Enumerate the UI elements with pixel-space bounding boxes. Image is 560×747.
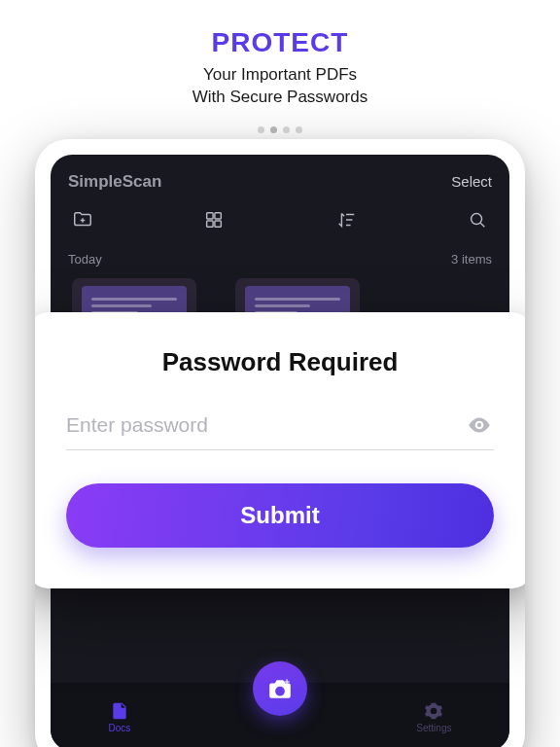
svg-point-4 [472, 213, 482, 224]
top-bar: SimpleScan Select [51, 155, 509, 201]
nav-docs[interactable]: Docs [109, 701, 131, 733]
tablet-frame: SimpleScan Select [35, 139, 525, 747]
app-title: SimpleScan [68, 172, 161, 192]
svg-rect-1 [215, 213, 221, 219]
password-input[interactable] [66, 413, 465, 437]
dot [283, 126, 290, 133]
submit-button[interactable]: Submit [66, 483, 494, 548]
hero-subtitle: Your Important PDFs With Secure Password… [192, 64, 368, 109]
nav-label: Docs [109, 723, 131, 733]
nav-settings[interactable]: Settings [416, 701, 451, 733]
sort-icon[interactable] [335, 209, 357, 231]
eye-icon[interactable] [465, 410, 494, 440]
toolbar [51, 201, 509, 240]
dot-active [270, 126, 277, 133]
password-modal: Password Required Submit [35, 312, 525, 588]
svg-rect-3 [215, 221, 221, 227]
section-label: Today [68, 252, 102, 267]
page-indicator [258, 126, 302, 133]
svg-rect-2 [207, 221, 213, 227]
dot [296, 126, 302, 133]
search-icon[interactable] [467, 209, 488, 231]
section-count: 3 items [451, 252, 492, 267]
svg-rect-0 [207, 213, 213, 219]
nav-label: Settings [416, 723, 451, 733]
marketing-hero: PROTECT Your Important PDFs With Secure … [192, 0, 368, 126]
dot [258, 126, 264, 133]
camera-fab[interactable] [253, 661, 307, 716]
select-button[interactable]: Select [451, 173, 492, 190]
hero-title: PROTECT [192, 27, 368, 58]
grid-view-icon[interactable] [203, 209, 225, 231]
new-folder-icon[interactable] [72, 209, 93, 231]
modal-title: Password Required [66, 347, 494, 377]
